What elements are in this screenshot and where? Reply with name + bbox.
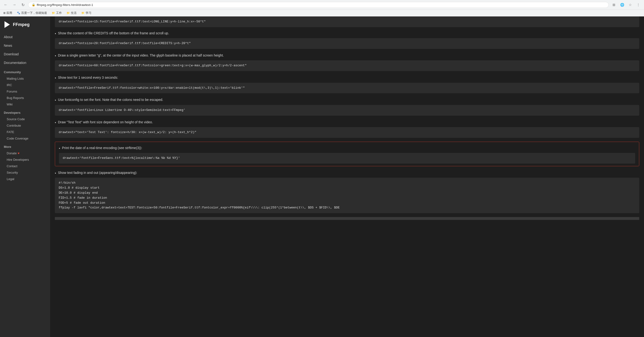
apps-icon: ⊞: [3, 12, 6, 14]
work-folder-icon: 📁: [52, 12, 55, 14]
main-content: drawtext="fontsize=15:fontfile=FreeSerif…: [50, 16, 644, 225]
life-folder-icon: 📁: [66, 12, 70, 14]
sidebar-developers-label: Developers: [0, 108, 50, 116]
code-fontconfig: drawtext='fontfile=Linux Libertine O-40\…: [55, 105, 639, 116]
bookmark-apps[interactable]: ⊞ 应用: [2, 10, 13, 16]
forward-button[interactable]: →: [11, 2, 18, 8]
bullet-dot-6: •: [59, 146, 60, 151]
sidebar-item-fate[interactable]: FATE: [0, 129, 50, 135]
study-folder-icon: 📁: [81, 12, 85, 14]
bullet-dot-2: •: [55, 53, 56, 58]
sidebar-item-download[interactable]: Download: [0, 50, 50, 58]
sidebar-item-hire-developers[interactable]: Hire Developers: [0, 156, 50, 163]
bookmark-star-button[interactable]: ☆: [627, 2, 634, 8]
section-scroll-credits: • Show the content of file CREDITS off t…: [55, 30, 639, 36]
sidebar-item-wiki[interactable]: Wiki: [0, 101, 50, 108]
bullet-text-test-text: Draw "Test Text" with font size dependen…: [58, 120, 153, 125]
extensions-button[interactable]: ⊞: [610, 2, 617, 8]
sidebar-logo-text: FFmpeg: [13, 22, 30, 27]
browser-chrome: ← → ↻ 🔒 ffmpeg.org/ffmpeg-filters.html#d…: [0, 0, 644, 10]
sidebar-item-irc[interactable]: IRC: [0, 82, 50, 88]
bookmark-study-label: 学习: [86, 11, 91, 15]
reload-button[interactable]: ↻: [20, 2, 26, 8]
bookmark-life[interactable]: 📁 生活: [66, 10, 78, 16]
bullet-dot: •: [55, 31, 56, 36]
sidebar-item-donate[interactable]: Donate♥: [0, 150, 50, 156]
menu-button[interactable]: ⋮: [635, 2, 642, 8]
sidebar-item-forums[interactable]: Forums: [0, 88, 50, 95]
bookmark-apps-label: 应用: [6, 11, 12, 15]
sidebar-item-legal[interactable]: Legal: [0, 176, 50, 182]
url-text: ffmpeg.org/ffmpeg-filters.html#drawtext-…: [37, 3, 93, 7]
content-area[interactable]: drawtext="fontsize=15:fontfile=FreeSerif…: [50, 16, 644, 337]
heart-icon: ♥: [18, 152, 20, 155]
bullet-text-green-g: Draw a single green letter "g", at the c…: [58, 53, 224, 58]
sidebar-item-mailing-lists[interactable]: Mailing Lists: [0, 75, 50, 82]
code-blink: drawtext="fontfile=FreeSerif.ttf:fontcol…: [55, 83, 639, 94]
browser-actions: ⊞ 🌐 ☆ ⋮: [610, 2, 642, 8]
bullet-dot-4: •: [55, 98, 56, 103]
section-blink: • Show text for 1 second every 3 seconds…: [55, 75, 639, 80]
bookmark-baidu-label: 百度一下，你就知道: [21, 11, 47, 15]
sidebar-item-security[interactable]: Security: [0, 169, 50, 176]
horizontal-scrollbar[interactable]: [55, 217, 639, 220]
bullet-text-strftime: Print the date of a real-time encoding (…: [62, 145, 142, 150]
sidebar-more-label: More: [0, 142, 50, 150]
donate-label: Donate: [7, 152, 17, 155]
ffmpeg-logo-icon: [4, 21, 10, 28]
sidebar-item-code-coverage[interactable]: Code Coverage: [0, 135, 50, 142]
translate-button[interactable]: 🌐: [619, 2, 626, 8]
back-button[interactable]: ←: [2, 2, 9, 8]
bookmark-study[interactable]: 📁 学习: [80, 10, 92, 16]
section-test-text: • Draw "Test Text" with font size depend…: [55, 120, 639, 125]
bullet-dot-3: •: [55, 75, 56, 80]
bullet-dot-7: •: [55, 170, 56, 176]
sidebar-item-contribute[interactable]: Contribute: [0, 122, 50, 129]
code-test-text: drawtext="text='Test Text': fontsize=h/3…: [55, 127, 639, 138]
address-bar[interactable]: 🔒 ffmpeg.org/ffmpeg-filters.html#drawtex…: [28, 2, 609, 8]
section-fading: • Show text fading in and out (appearing…: [55, 170, 639, 176]
code-green-g: drawtext="fontsize=60:fontfile=FreeSerif…: [55, 60, 639, 71]
bullet-dot-5: •: [55, 120, 56, 125]
page-layout: FFmpeg About News Download Documentation…: [0, 16, 644, 337]
bookmark-life-label: 生活: [71, 11, 76, 15]
bookmark-baidu[interactable]: 🐾 百度一下，你就知道: [16, 10, 48, 16]
code-scroll-credits: drawtext="fontsize=20:fontfile=FreeSerif…: [55, 38, 639, 49]
lock-icon: 🔒: [32, 3, 35, 6]
sidebar-logo[interactable]: FFmpeg: [0, 19, 50, 33]
sidebar-item-source-code[interactable]: Source Code: [0, 116, 50, 122]
section-green-g: • Draw a single green letter "g", at the…: [55, 53, 639, 58]
bullet-text-fontconfig: Use fontconfig to set the font. Note tha…: [58, 97, 163, 102]
sidebar: FFmpeg About News Download Documentation…: [0, 16, 50, 337]
bullet-text-scroll-credits: Show the content of file CREDITS off the…: [58, 30, 169, 36]
code-strftime: drawtext='fontfile=FreeSans.ttf:text=%{l…: [59, 153, 635, 164]
sidebar-item-contact[interactable]: Contact: [0, 163, 50, 169]
bookmark-work[interactable]: 📁 工作: [51, 10, 63, 16]
bookmark-work-label: 工作: [56, 11, 62, 15]
section-strftime: • Print the date of a real-time encoding…: [59, 145, 635, 151]
sidebar-community-label: Community: [0, 67, 50, 75]
sidebar-item-news[interactable]: News: [0, 41, 50, 50]
code-fading: #!/bin/sh DS=1.0 # display start DE=10.0…: [55, 178, 639, 213]
bullet-text-fading: Show text fading in and out (appearing/d…: [58, 170, 137, 175]
bullet-text-blink: Show text for 1 second every 3 seconds:: [58, 75, 118, 80]
sidebar-item-about[interactable]: About: [0, 33, 50, 41]
sidebar-item-bug-reports[interactable]: Bug Reports: [0, 95, 50, 101]
section-fontconfig: • Use fontconfig to set the font. Note t…: [55, 97, 639, 103]
sidebar-item-documentation[interactable]: Documentation: [0, 58, 50, 67]
section-strftime-highlighted: • Print the date of a real-time encoding…: [55, 142, 639, 166]
baidu-icon: 🐾: [17, 12, 20, 14]
bookmarks-bar: ⊞ 应用 🐾 百度一下，你就知道 📁 工作 📁 生活 📁 学习: [0, 10, 644, 16]
top-code-block: drawtext="fontsize=15:fontfile=FreeSerif…: [55, 16, 639, 27]
